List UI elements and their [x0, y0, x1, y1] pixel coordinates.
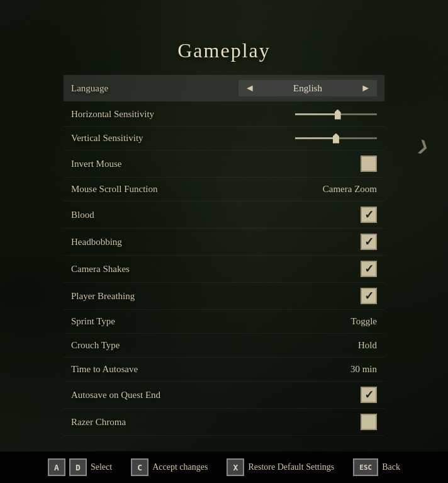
crouch-type-row: Crouch Type Hold [64, 334, 384, 358]
horizontal-sensitivity-label: Horizontal Sensitivity [71, 109, 154, 120]
headbobbing-checkbox[interactable] [361, 234, 377, 250]
key-c-badge: C [131, 458, 148, 476]
razer-chroma-label: Razer Chroma [71, 417, 126, 428]
mouse-scroll-value: Camera Zoom [323, 184, 377, 195]
crouch-type-control[interactable]: Hold [358, 340, 377, 351]
back-label: Back [382, 462, 400, 472]
restore-action: X Restore Default Settings [227, 458, 334, 476]
language-row: Language ◄ English ► [64, 75, 384, 101]
language-label: Language [71, 83, 108, 94]
accept-label: Accept changes [152, 462, 208, 472]
bottom-bar: A D Select C Accept changes X Restore De… [0, 452, 448, 483]
headbobbing-label: Headbobbing [71, 237, 122, 247]
slider-track-v [295, 137, 377, 139]
camera-shakes-checkbox[interactable] [361, 261, 377, 277]
slider-thumb-v [333, 134, 339, 144]
vertical-sensitivity-label: Vertical Sensitivity [71, 133, 143, 144]
mouse-scroll-label: Mouse Scroll Function [71, 184, 158, 195]
autosave-time-value: 30 min [350, 364, 377, 375]
razer-chroma-row: Razer Chroma [64, 409, 384, 436]
settings-panel: Language ◄ English ► Horizontal Sensitiv… [64, 75, 384, 436]
invert-mouse-row: Invert Mouse [64, 151, 384, 178]
mouse-scroll-row: Mouse Scroll Function Camera Zoom [64, 178, 384, 202]
sprint-type-row: Sprint Type Toggle [64, 310, 384, 334]
vertical-sensitivity-row: Vertical Sensitivity [64, 127, 384, 151]
autosave-time-label: Time to Autosave [71, 364, 138, 375]
vertical-sensitivity-slider[interactable] [295, 132, 377, 145]
back-action[interactable]: ESC Back [353, 458, 400, 476]
blood-checkbox[interactable] [361, 207, 377, 223]
key-a-badge: A [48, 458, 65, 476]
slider-thumb [335, 110, 341, 120]
autosave-time-row: Time to Autosave 30 min [64, 358, 384, 382]
headbobbing-row: Headbobbing [64, 229, 384, 256]
razer-chroma-checkbox[interactable] [361, 414, 377, 430]
language-selector[interactable]: ◄ English ► [238, 80, 377, 96]
accept-action: C Accept changes [131, 458, 208, 476]
invert-mouse-label: Invert Mouse [71, 159, 121, 169]
select-action: A D Select [48, 458, 112, 476]
page-title: Gameplay [177, 39, 271, 62]
slider-fill-v [295, 137, 336, 139]
crouch-type-value: Hold [358, 340, 377, 351]
blood-row: Blood [64, 202, 384, 229]
slider-fill [295, 113, 338, 115]
crouch-type-label: Crouch Type [71, 340, 120, 351]
player-breathing-label: Player Breathing [71, 291, 135, 302]
language-arrow-left[interactable]: ◄ [245, 82, 255, 94]
key-x-badge: X [227, 458, 244, 476]
sprint-type-value: Toggle [351, 316, 377, 327]
autosave-quest-checkbox[interactable] [361, 387, 377, 403]
sprint-type-control[interactable]: Toggle [351, 316, 377, 327]
camera-shakes-label: Camera Shakes [71, 264, 130, 275]
camera-shakes-row: Camera Shakes [64, 256, 384, 283]
autosave-quest-row: Autosave on Quest End [64, 382, 384, 409]
mouse-scroll-control[interactable]: Camera Zoom [323, 184, 377, 195]
autosave-time-control[interactable]: 30 min [350, 364, 377, 375]
player-breathing-checkbox[interactable] [361, 288, 377, 304]
key-d-badge: D [69, 458, 87, 476]
invert-mouse-checkbox[interactable] [361, 156, 377, 172]
language-value: English [259, 83, 357, 94]
player-breathing-row: Player Breathing [64, 283, 384, 310]
sprint-type-label: Sprint Type [71, 316, 115, 327]
horizontal-sensitivity-row: Horizontal Sensitivity [64, 103, 384, 127]
blood-label: Blood [71, 210, 94, 220]
restore-label: Restore Default Settings [248, 462, 334, 472]
main-container: Gameplay Language ◄ English ► Horizontal… [0, 0, 448, 483]
select-label: Select [91, 462, 112, 472]
autosave-quest-label: Autosave on Quest End [71, 390, 160, 401]
slider-track [295, 113, 377, 115]
language-arrow-right[interactable]: ► [361, 82, 371, 94]
horizontal-sensitivity-slider[interactable] [295, 108, 377, 121]
key-esc-badge[interactable]: ESC [353, 458, 378, 476]
